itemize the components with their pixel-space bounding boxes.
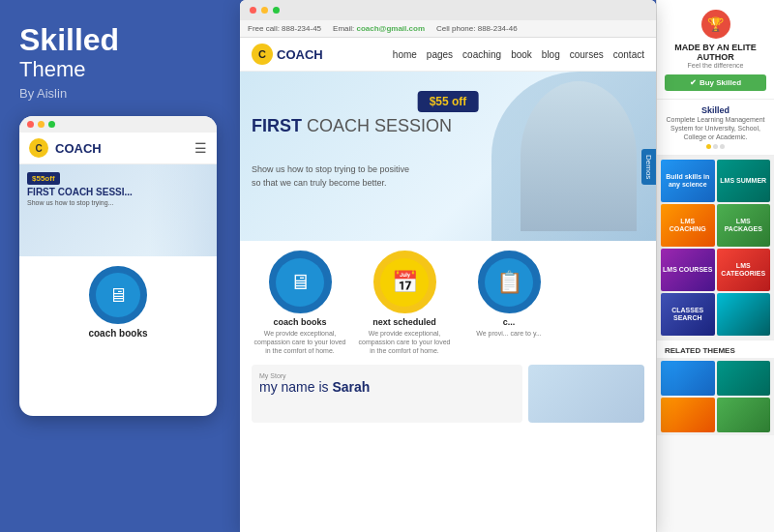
rs-made-by-label: MADE BY AN ELITE AUTHOR xyxy=(665,43,766,62)
rs-thumb-0[interactable]: Build skills in any science xyxy=(661,160,715,202)
mobile-hero-subtitle: Show us how to stop trying... xyxy=(27,198,133,207)
wp-icon-inner-2: 📋 xyxy=(485,258,533,307)
wp-dot-red xyxy=(250,7,256,14)
nav-coaching[interactable]: coaching xyxy=(462,49,501,60)
mobile-hamburger-icon[interactable]: ☰ xyxy=(194,140,207,156)
nav-courses[interactable]: courses xyxy=(570,49,604,60)
rs-thumb-6[interactable]: CLASSES SEARCH xyxy=(661,293,715,336)
mobile-mockup: C COACH ☰ $55off FIRST COACH SESSI... Sh… xyxy=(19,116,217,416)
wp-icon-desc-0: We provide exceptional, compassion care … xyxy=(252,329,348,355)
rs-thumb-5[interactable]: LMS CATEGORIES xyxy=(717,249,771,291)
wp-icon-label-0: coach books xyxy=(273,317,326,327)
mobile-logo-badge: C xyxy=(29,138,48,158)
wp-email-highlight: coach@gmail.com xyxy=(357,24,426,33)
left-panel: Skilled Theme By Aislin C COACH ☰ $55off… xyxy=(0,0,240,532)
rs-related-thumb-0[interactable] xyxy=(661,361,715,396)
wp-story-title: my name is Sarah xyxy=(259,379,515,395)
wp-nav-logo: C COACH xyxy=(252,44,323,65)
wp-icon-inner-0: 🖥 xyxy=(276,258,324,307)
nav-contact[interactable]: contact xyxy=(613,49,644,60)
rs-thumb-bg-0: Build skills in any science xyxy=(661,160,715,202)
rs-thumbs-grid: Build skills in any science LMS SUMMER L… xyxy=(657,156,774,340)
rs-related-thumb-2[interactable] xyxy=(661,398,715,432)
rs-buy-button[interactable]: ✔ Buy Skilled xyxy=(665,74,766,91)
rs-product-section: Skilled Complete Learning Management Sys… xyxy=(657,100,774,156)
wp-icon-outer-2: 📋 xyxy=(478,251,541,313)
nav-pages[interactable]: pages xyxy=(427,49,453,60)
wp-story-left: My Story my name is Sarah xyxy=(252,365,522,423)
rs-feel-diff: Feel the difference xyxy=(665,62,766,69)
wp-icon-inner-1: 📅 xyxy=(380,258,429,307)
mobile-hero-person xyxy=(149,164,217,256)
rs-thumb-2[interactable]: LMS COACHING xyxy=(661,204,715,247)
rs-thumb-bg-3: LMS PACKAGES xyxy=(717,204,771,247)
rs-thumb-bg-4: LMS COURSES xyxy=(661,249,715,291)
rs-product-desc: Complete Learning Management System for … xyxy=(665,115,766,141)
mobile-hero-badge: $55off xyxy=(27,172,60,185)
demos-tab[interactable]: Demos xyxy=(641,149,656,185)
rs-thumb-bg-1: LMS SUMMER xyxy=(717,160,771,202)
mobile-coach-books-label: coach books xyxy=(19,328,217,342)
mobile-topbar: C COACH ☰ xyxy=(19,133,217,164)
dot-yellow xyxy=(38,121,45,128)
rs-dot-0 xyxy=(706,144,711,149)
mobile-logo-text: COACH xyxy=(55,141,102,156)
mobile-hero: $55off FIRST COACH SESSI... Show us how … xyxy=(19,164,217,256)
theme-author: By Aislin xyxy=(19,86,221,101)
wp-dot-yellow xyxy=(261,7,268,14)
mobile-dots-bar xyxy=(19,116,217,133)
wp-icon-label-1: next scheduled xyxy=(372,317,436,327)
wp-hero-title: FIRST COACH SESSION xyxy=(252,116,452,137)
theme-title: Skilled xyxy=(19,23,221,57)
wp-dot-green xyxy=(273,7,280,14)
rs-buy-label: Buy Skilled xyxy=(700,78,741,87)
wp-icon-block-0: 🖥 coach books We provide exceptional, co… xyxy=(252,251,348,355)
rs-related-label: RELATED THEMES xyxy=(657,340,774,358)
wp-story-right-image xyxy=(528,365,644,423)
theme-subtitle: Theme xyxy=(19,57,221,82)
rs-thumb-7[interactable] xyxy=(717,293,771,336)
wp-story-row: My Story my name is Sarah xyxy=(240,359,656,429)
right-container: Free call: 888-234-45 Email: coach@gmail… xyxy=(240,0,774,532)
wp-icon-desc-1: We provide exceptional, compassion care … xyxy=(356,329,453,355)
wp-icon-outer-0: 🖥 xyxy=(269,251,332,313)
wp-story-name: Sarah xyxy=(332,379,370,395)
rs-related-thumb-3[interactable] xyxy=(717,398,771,432)
mobile-icon-inner: 🖥 xyxy=(96,273,140,317)
rs-product-name: Skilled xyxy=(665,105,766,115)
wp-hero: $55 off FIRST COACH SESSION Show us how … xyxy=(240,72,656,241)
rs-thumb-1[interactable]: LMS SUMMER xyxy=(717,160,771,202)
wp-free-call: Free call: 888-234-45 xyxy=(248,24,321,33)
wp-nav: C COACH home pages coaching book blog co… xyxy=(240,38,656,72)
rs-author-icon: 🏆 xyxy=(707,16,724,32)
mobile-hero-title: FIRST COACH SESSI... Show us how to stop… xyxy=(27,186,133,207)
rs-thumb-bg-6: CLASSES SEARCH xyxy=(661,293,715,336)
wp-hero-badge: $55 off xyxy=(418,91,479,112)
rs-dot-1 xyxy=(713,144,718,149)
rs-thumb-4[interactable]: LMS COURSES xyxy=(661,249,715,291)
wp-nav-links: home pages coaching book blog courses co… xyxy=(393,49,644,60)
rs-related-thumb-1[interactable] xyxy=(717,361,771,396)
rs-thumb-bg-5: LMS CATEGORIES xyxy=(717,249,771,291)
wp-hero-rest: COACH SESSION xyxy=(307,116,452,135)
rs-dot-2 xyxy=(720,144,725,149)
wp-dots-bar xyxy=(240,0,656,20)
rs-related-grid xyxy=(657,358,774,435)
dot-red xyxy=(27,121,34,128)
wp-icon-outer-1: 📅 xyxy=(373,251,436,313)
rs-thumb-3[interactable]: LMS PACKAGES xyxy=(717,204,771,247)
nav-book[interactable]: book xyxy=(511,49,532,60)
mobile-icon-circle: 🖥 xyxy=(89,266,147,324)
wp-nav-badge: C xyxy=(252,44,273,65)
nav-blog[interactable]: blog xyxy=(542,49,560,60)
wp-hero-subtitle: Show us how to stop trying to be positiv… xyxy=(252,163,409,190)
rs-dots xyxy=(665,144,766,149)
rs-thumb-bg-7 xyxy=(717,293,771,336)
right-sidebar: 🏆 MADE BY AN ELITE AUTHOR Feel the diffe… xyxy=(656,0,774,532)
wp-icon-label-2: c... xyxy=(503,317,516,327)
rs-buy-check-icon: ✔ xyxy=(690,78,697,87)
wp-icons-row: 🖥 coach books We provide exceptional, co… xyxy=(240,241,656,359)
rs-author-section: 🏆 MADE BY AN ELITE AUTHOR Feel the diffe… xyxy=(657,0,774,100)
nav-home[interactable]: home xyxy=(393,49,417,60)
wp-nav-title: COACH xyxy=(277,47,323,62)
